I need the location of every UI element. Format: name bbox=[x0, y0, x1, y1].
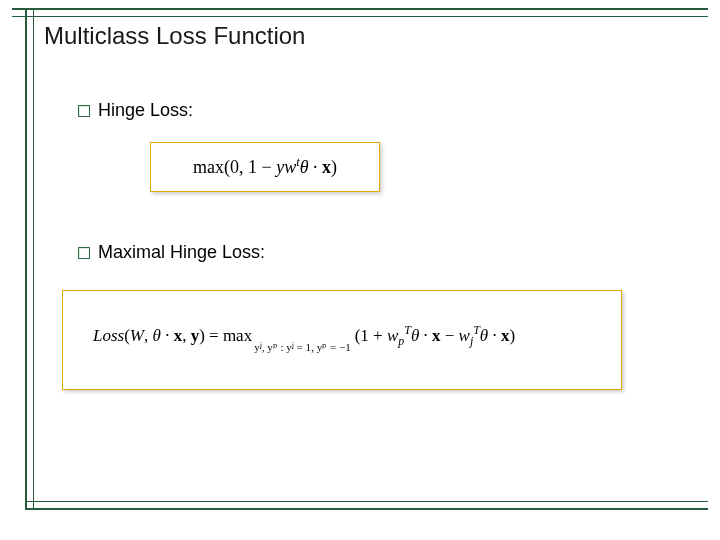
hinge-theta: θ bbox=[300, 157, 309, 177]
max-eq: ) = bbox=[199, 326, 223, 345]
max-c1: , bbox=[144, 326, 153, 345]
bullet-hinge-label: Hinge Loss: bbox=[98, 100, 193, 121]
hinge-x: x bbox=[322, 157, 331, 177]
max-theta3: θ bbox=[480, 326, 488, 345]
hinge-w: w bbox=[284, 157, 296, 177]
max-loss: Loss bbox=[93, 326, 124, 345]
bullet-maximal: Maximal Hinge Loss: bbox=[78, 242, 265, 263]
rule-bottom bbox=[25, 501, 708, 510]
max-theta2: θ bbox=[411, 326, 419, 345]
max-w2: w bbox=[459, 326, 470, 345]
max-theta: θ bbox=[153, 326, 161, 345]
checkbox-icon bbox=[78, 105, 90, 117]
checkbox-icon bbox=[78, 247, 90, 259]
rule-left bbox=[25, 8, 34, 510]
formula-maximal: Loss(W, θ · x, y) = maxyʲ, yᵖ : yʲ = 1, … bbox=[93, 326, 515, 354]
max-w1: w bbox=[387, 326, 398, 345]
max-close2: ) bbox=[509, 326, 515, 345]
max-dot1: · bbox=[161, 326, 174, 345]
bullet-maximal-label: Maximal Hinge Loss: bbox=[98, 242, 265, 263]
hinge-prefix: max(0, 1 − bbox=[193, 157, 276, 177]
slide: Multiclass Loss Function Hinge Loss: max… bbox=[0, 0, 720, 540]
max-minus: − bbox=[440, 326, 458, 345]
max-Tsup: T bbox=[404, 324, 411, 338]
hinge-suffix: ) bbox=[331, 157, 337, 177]
max-sub1: yʲ, yᵖ : yʲ = 1, yᵖ = −1 bbox=[254, 341, 351, 353]
hinge-y: y bbox=[276, 157, 284, 177]
max-open2: (1 + bbox=[355, 326, 387, 345]
formula-hinge-box: max(0, 1 − ywtθ · x) bbox=[150, 142, 380, 192]
max-op: max bbox=[223, 326, 252, 345]
page-title: Multiclass Loss Function bbox=[42, 22, 307, 50]
formula-hinge: max(0, 1 − ywtθ · x) bbox=[193, 157, 337, 178]
max-x: x bbox=[174, 326, 183, 345]
hinge-dot: · bbox=[309, 157, 323, 177]
max-subscript: yʲ, yᵖ : yʲ = 1, yᵖ = −1 bbox=[254, 342, 351, 354]
max-Tsup2: T bbox=[473, 324, 480, 338]
rule-top bbox=[12, 8, 708, 17]
bullet-hinge: Hinge Loss: bbox=[78, 100, 193, 121]
max-c2: , bbox=[182, 326, 191, 345]
max-y: y bbox=[191, 326, 200, 345]
max-dot2: · bbox=[419, 326, 432, 345]
max-W: W bbox=[130, 326, 144, 345]
max-dot3: · bbox=[488, 326, 501, 345]
formula-maximal-box: Loss(W, θ · x, y) = maxyʲ, yᵖ : yʲ = 1, … bbox=[62, 290, 622, 390]
